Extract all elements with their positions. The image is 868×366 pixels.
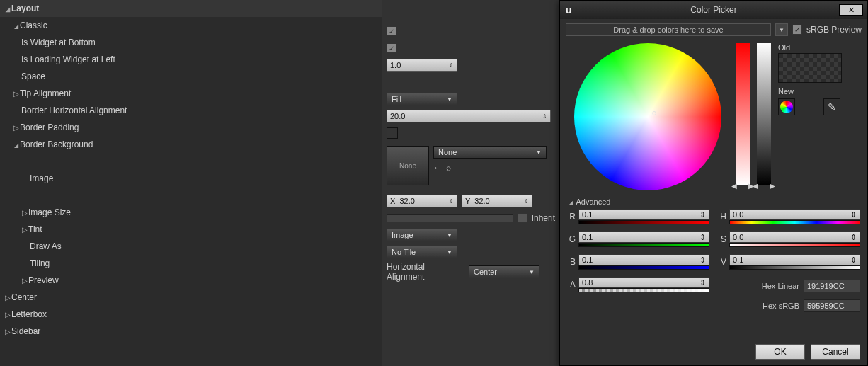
value-slider[interactable]: ◀▶ — [757, 43, 771, 185]
label-hex-srgb: Hex sRGB — [763, 302, 799, 310]
item-is-widget-bottom[interactable]: Is Widget at Bottom — [0, 34, 382, 51]
item-border-halign[interactable]: Border Horizontal Alignment — [0, 102, 382, 119]
item-tint[interactable]: Tint — [0, 221, 382, 238]
input-b[interactable]: 0.1⇕ — [578, 254, 709, 265]
input-space[interactable]: 1.0⇕ — [387, 59, 457, 72]
label-a: A — [567, 280, 576, 290]
label-g: G — [567, 234, 576, 244]
input-image-size-x[interactable]: X 32.0⇕ — [387, 195, 457, 207]
section-advanced[interactable]: Advanced — [567, 198, 860, 206]
expand-icon[interactable] — [4, 294, 11, 302]
item-image[interactable]: Image — [0, 153, 382, 204]
chevron-down-icon: ▼ — [536, 149, 542, 156]
input-h[interactable]: 0.0⇕ — [729, 209, 860, 220]
label-hex-linear: Hex Linear — [762, 282, 799, 290]
expand-icon[interactable] — [21, 226, 28, 234]
dropdown-tiling[interactable]: No Tile▼ — [387, 246, 457, 258]
color-drop-target[interactable]: Drag & drop colors here to save — [566, 23, 771, 36]
input-s[interactable]: 0.0⇕ — [729, 231, 860, 243]
item-classic[interactable]: Classic — [0, 17, 382, 34]
item-label: Draw As — [30, 241, 62, 251]
wheel-cursor-icon[interactable] — [652, 111, 656, 115]
color-wheel[interactable] — [574, 43, 721, 190]
item-label: Is Widget at Bottom — [21, 38, 96, 47]
expand-icon[interactable] — [21, 277, 28, 285]
item-label: Image — [30, 173, 53, 183]
label-new: New — [778, 87, 849, 96]
titlebar[interactable]: u Color Picker ✕ — [560, 1, 867, 19]
cancel-button[interactable]: Cancel — [811, 344, 860, 360]
item-preview[interactable]: Preview — [0, 272, 382, 289]
unreal-logo-icon: u — [566, 4, 572, 16]
item-tip-alignment[interactable]: Tip Alignment — [0, 85, 382, 102]
spinner-icon[interactable]: ⇕ — [449, 62, 454, 69]
expand-icon[interactable] — [4, 311, 11, 319]
item-label: Tip Alignment — [20, 88, 71, 98]
expand-icon[interactable] — [21, 209, 28, 217]
tint-swatch[interactable] — [387, 214, 513, 222]
expand-icon[interactable] — [13, 90, 20, 98]
label-inherit: Inherit — [532, 213, 555, 223]
item-is-loading-left[interactable]: Is Loading Widget at Left — [0, 51, 382, 68]
item-sidebar[interactable]: Sidebar — [0, 323, 382, 340]
label-srgb: sRGB Preview — [806, 25, 862, 35]
input-r[interactable]: 0.1⇕ — [578, 209, 709, 220]
input-border-padding[interactable]: 20.0⇕ — [387, 110, 551, 122]
label-halign: Horizontal Alignment — [387, 262, 464, 282]
expand-icon[interactable] — [13, 141, 20, 149]
expand-icon[interactable] — [13, 124, 20, 132]
item-center[interactable]: Center — [0, 289, 382, 306]
input-image-size-y[interactable]: Y 32.0⇕ — [462, 195, 532, 207]
input-v[interactable]: 0.1⇕ — [729, 254, 860, 265]
eyedropper-button[interactable]: ✎ — [823, 98, 840, 115]
section-layout[interactable]: Layout — [0, 0, 382, 17]
item-letterbox[interactable]: Letterbox — [0, 306, 382, 323]
saturation-slider[interactable]: ◀▶ — [736, 43, 750, 185]
item-draw-as[interactable]: Draw As — [0, 238, 382, 255]
slider-s[interactable] — [729, 243, 860, 247]
dropdown-border-halign[interactable]: Fill▼ — [387, 93, 457, 105]
use-selected-icon[interactable]: ← — [433, 163, 442, 173]
slider-h[interactable] — [729, 220, 860, 224]
label-b: B — [567, 257, 576, 267]
checkbox-inherit[interactable] — [518, 213, 527, 223]
item-border-padding[interactable]: Border Padding — [0, 119, 382, 136]
asset-thumbnail[interactable]: None — [387, 146, 429, 185]
item-space[interactable]: Space — [0, 68, 382, 85]
input-hex-srgb[interactable]: 595959CC — [804, 299, 860, 312]
label-old: Old — [778, 43, 849, 52]
expand-icon[interactable] — [13, 22, 20, 30]
swatch-border-bg[interactable] — [387, 127, 398, 139]
input-g[interactable]: 0.1⇕ — [578, 231, 709, 243]
input-a[interactable]: 0.8⇕ — [578, 277, 709, 288]
close-button[interactable]: ✕ — [839, 4, 863, 16]
item-border-background[interactable]: Border Background — [0, 136, 382, 153]
browse-icon[interactable]: ⌕ — [446, 163, 451, 173]
chevron-down-icon: ▼ — [447, 96, 452, 103]
dropdown-asset[interactable]: None▼ — [433, 146, 547, 159]
slider-v[interactable] — [729, 265, 860, 270]
slider-r[interactable] — [578, 220, 709, 224]
theme-button[interactable] — [778, 98, 795, 115]
ok-button[interactable]: OK — [755, 344, 805, 360]
item-label: Border Horizontal Alignment — [21, 105, 127, 115]
checkbox-loading-left[interactable]: ✓ — [387, 43, 396, 53]
swatch-old[interactable] — [778, 53, 842, 83]
dropdown-draw-as[interactable]: Image▼ — [387, 229, 457, 241]
expand-icon[interactable] — [4, 328, 11, 336]
label-h: H — [718, 212, 726, 222]
slider-g[interactable] — [578, 243, 709, 247]
item-label: Border Padding — [20, 122, 79, 132]
item-tiling[interactable]: Tiling — [0, 255, 382, 272]
dropdown-halign[interactable]: Center▼ — [469, 265, 539, 278]
slider-b[interactable] — [578, 265, 709, 270]
item-image-size[interactable]: Image Size — [0, 204, 382, 221]
checkbox-srgb[interactable]: ✓ — [792, 25, 802, 35]
input-hex-linear[interactable]: 191919CC — [804, 280, 860, 292]
expand-colors-button[interactable]: ▼ — [775, 23, 788, 36]
label-r: R — [567, 212, 576, 222]
spinner-icon[interactable]: ⇕ — [542, 113, 547, 120]
checkbox-widget-bottom[interactable]: ✓ — [387, 26, 396, 36]
expand-icon[interactable] — [4, 5, 11, 13]
slider-a[interactable] — [578, 288, 709, 292]
